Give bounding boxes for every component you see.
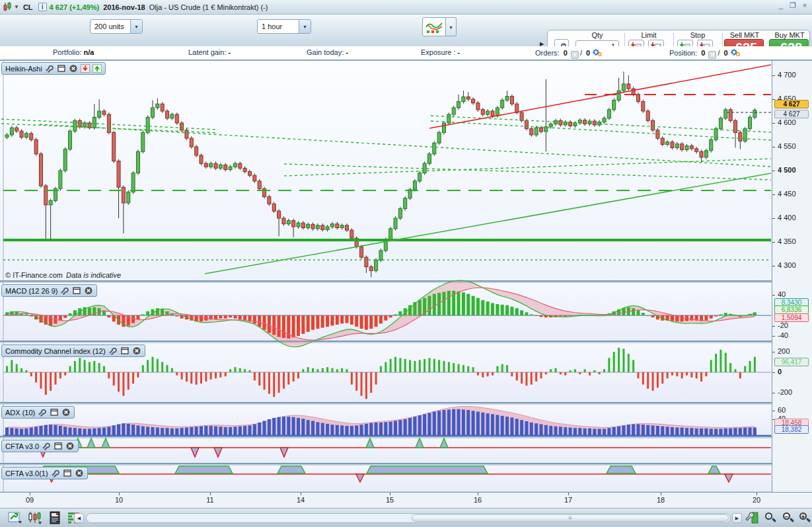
wrench-chart-icon [745, 511, 758, 524]
axis-tick-mark [772, 393, 775, 393]
axis-tick-label: 4 450 [778, 190, 796, 198]
adx-pane-title: ADX (10) [5, 409, 35, 417]
detach-window-icon[interactable] [120, 346, 129, 355]
instrument-candlestick-icon [3, 2, 13, 12]
scroll-left-button[interactable]: ◀ [74, 513, 84, 523]
time-tick-mark [210, 493, 211, 495]
units-select[interactable]: 200 units▼ [90, 19, 143, 34]
close-icon[interactable] [61, 408, 71, 417]
close-icon[interactable] [75, 469, 84, 477]
detach-window-icon[interactable] [50, 408, 59, 417]
close-icon[interactable] [65, 442, 75, 450]
bottom-toolbar: ◀ ≡ ▶ ↕ − + [0, 508, 812, 527]
scrollbar-thumb[interactable]: ≡ [412, 514, 729, 522]
instrument-dropdown-caret[interactable]: ▼ [14, 4, 19, 10]
close-icon[interactable] [69, 64, 78, 73]
chart-type-caret[interactable]: ▼ [446, 17, 457, 36]
chart-export-icon [8, 511, 22, 524]
wrench-icon[interactable] [45, 64, 54, 73]
axis-tick-mark [772, 295, 775, 296]
adx-pane-header-tab[interactable]: ADX (10) [1, 406, 75, 419]
axis-tick-mark [772, 326, 775, 327]
stop-label: Stop [676, 31, 720, 39]
time-tick-label: 17 [564, 496, 572, 504]
cci-pane-header-tab[interactable]: Commodity Channel index (12) [1, 345, 145, 357]
sell-mkt-label: Sell MKT [723, 31, 766, 39]
info-icon[interactable]: i [38, 3, 47, 11]
axis-tick-label: 4 600 [778, 118, 796, 126]
detach-window-icon[interactable] [54, 442, 63, 450]
orders-gears-icon[interactable] [592, 48, 603, 57]
time-tick-mark [478, 493, 478, 495]
latent-gain-label: Latent gain: [188, 48, 227, 56]
wrench-icon[interactable] [51, 469, 60, 477]
cfta-pane-header-tab[interactable]: CFTA v3.0 [1, 440, 79, 452]
time-axis[interactable]: 091011141516171820 [0, 492, 812, 508]
position-gears-icon[interactable] [730, 48, 741, 57]
wrench-icon[interactable] [38, 408, 47, 417]
zoom-out-button[interactable]: − [782, 512, 795, 525]
time-tick-mark [301, 493, 301, 495]
wrench-icon[interactable] [60, 286, 69, 295]
timeframe-select[interactable]: 1 hour▼ [257, 19, 311, 34]
axis-tick-label: 4 550 [778, 142, 796, 150]
axis-value-tag: 1,5094 [774, 313, 809, 322]
axis-tick-label: -40 [778, 331, 788, 339]
exposure-value: - [458, 48, 461, 56]
axis-tick-mark [772, 123, 775, 124]
gain-today-value: - [346, 48, 348, 56]
price-pane-header-tab[interactable]: Heikin-Ashi [1, 62, 106, 75]
wrench-icon[interactable] [108, 346, 118, 355]
portfolio-value: n/a [83, 48, 94, 56]
cfta-signals [3, 438, 771, 457]
axis-settings-button[interactable] [745, 511, 760, 524]
window-controls: _ ❐ × [776, 1, 809, 11]
close-icon[interactable] [84, 286, 93, 295]
detach-window-icon[interactable] [63, 469, 72, 477]
time-tick-mark [661, 493, 661, 495]
maximize-button[interactable]: ❐ [788, 1, 797, 11]
zoom-fit-button[interactable]: ↕ [764, 512, 778, 525]
news-document-icon [49, 511, 61, 524]
macd-pane-header-tab[interactable]: MACD (12 26 9) [1, 284, 97, 297]
axis-tick-mark [772, 372, 775, 373]
orders-value-2: 0 [586, 49, 590, 57]
time-tick-label: 20 [753, 496, 760, 504]
chart-type-button[interactable]: ▼ [422, 17, 457, 36]
time-tick-label: 16 [474, 496, 482, 504]
chart-type-icon [425, 20, 443, 34]
cci-pane-title: Commodity Channel index (12) [5, 347, 106, 355]
detach-window-icon[interactable] [57, 64, 66, 73]
axis-tick-mark [772, 194, 775, 195]
chart-scrollbar[interactable]: ≡ [86, 513, 731, 523]
axis-tick-mark [772, 336, 775, 337]
time-tick-label: 15 [386, 496, 394, 504]
cfta2-pane-header-tab[interactable]: CFTA v3.0(1) [1, 467, 88, 479]
news-button[interactable] [49, 511, 63, 524]
units-select-caret[interactable]: ▼ [130, 20, 142, 33]
close-button[interactable]: × [800, 1, 809, 11]
axis-tick-label: 4 700 [778, 71, 796, 79]
time-tick-label: 18 [657, 496, 665, 504]
close-position-icon[interactable]: ✕ [708, 51, 716, 59]
scroll-right-button[interactable]: ▶ [732, 513, 742, 523]
close-icon[interactable] [132, 346, 141, 355]
zoom-in-button[interactable]: + [799, 512, 812, 525]
wrench-icon[interactable] [42, 442, 51, 450]
axis-tick-mark [772, 266, 775, 266]
macd-pane-title: MACD (12 26 9) [5, 287, 57, 295]
price-axis-column[interactable]: 4 7004 6504 6004 5504 5004 4504 4004 350… [772, 61, 812, 492]
instrument-symbol: CL [23, 3, 33, 11]
time-tick-mark [568, 493, 569, 495]
move-up-icon[interactable] [92, 64, 102, 73]
axis-tick-label: -20 [778, 321, 788, 329]
cancel-orders-icon[interactable]: ✕ [571, 51, 579, 59]
display-mode-button[interactable] [8, 511, 22, 524]
axis-tick-mark [772, 75, 775, 76]
minimize-button[interactable]: _ [776, 1, 786, 11]
timeframe-select-caret[interactable]: ▼ [299, 20, 311, 33]
axis-tick-mark [772, 147, 775, 147]
chart-style-button[interactable] [28, 511, 42, 524]
move-down-icon[interactable] [81, 64, 90, 73]
detach-window-icon[interactable] [72, 286, 81, 295]
